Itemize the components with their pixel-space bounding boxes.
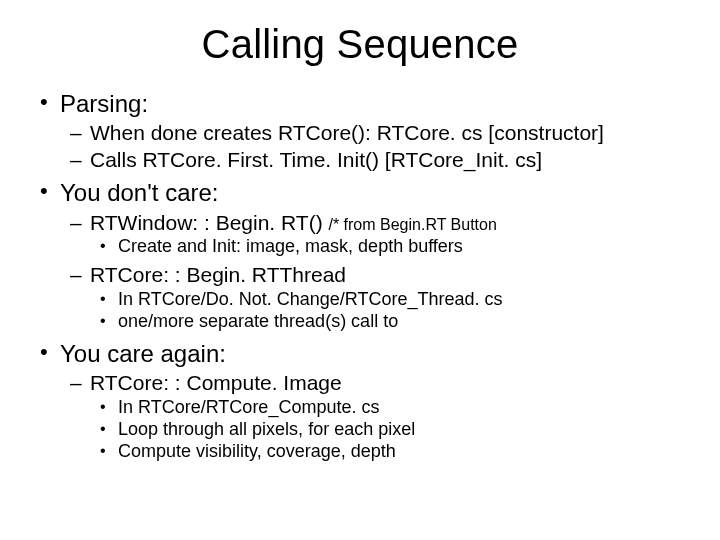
slide-title: Calling Sequence: [38, 22, 682, 67]
bullet-label: You don't care:: [60, 179, 218, 206]
sub-item: When done creates RTCore(): RTCore. cs […: [90, 120, 682, 146]
sub-item-text: RTWindow: : Begin. RT(): [90, 211, 323, 234]
bullet-list: Parsing: When done creates RTCore(): RTC…: [38, 89, 682, 463]
sub-sub-item: In RTCore/RTCore_Compute. cs: [118, 397, 682, 419]
sub-sub-list: In RTCore/Do. Not. Change/RTCore_Thread.…: [90, 289, 682, 333]
sub-sub-item: Create and Init: image, mask, depth buff…: [118, 236, 682, 258]
sub-sub-item: one/more separate thread(s) call to: [118, 311, 682, 333]
sub-sub-item: Loop through all pixels, for each pixel: [118, 419, 682, 441]
sub-item-text: RTCore: : Begin. RTThread: [90, 263, 346, 286]
sub-sub-list: In RTCore/RTCore_Compute. cs Loop throug…: [90, 397, 682, 463]
sub-item: RTWindow: : Begin. RT() /* from Begin.RT…: [90, 210, 682, 259]
sub-list: When done creates RTCore(): RTCore. cs […: [60, 120, 682, 172]
inline-note: /* from Begin.RT Button: [328, 216, 496, 233]
sub-item-text: RTCore: : Compute. Image: [90, 371, 342, 394]
sub-item: RTCore: : Begin. RTThread In RTCore/Do. …: [90, 262, 682, 333]
bullet-label: You care again:: [60, 340, 226, 367]
bullet-label: Parsing:: [60, 90, 148, 117]
sub-sub-item: Compute visibility, coverage, depth: [118, 441, 682, 463]
sub-item: Calls RTCore. First. Time. Init() [RTCor…: [90, 147, 682, 173]
bullet-care-again: You care again: RTCore: : Compute. Image…: [60, 339, 682, 463]
sub-sub-list: Create and Init: image, mask, depth buff…: [90, 236, 682, 258]
slide: Calling Sequence Parsing: When done crea…: [0, 0, 720, 540]
sub-list: RTWindow: : Begin. RT() /* from Begin.RT…: [60, 210, 682, 333]
bullet-parsing: Parsing: When done creates RTCore(): RTC…: [60, 89, 682, 172]
sub-sub-item: In RTCore/Do. Not. Change/RTCore_Thread.…: [118, 289, 682, 311]
bullet-dont-care: You don't care: RTWindow: : Begin. RT() …: [60, 178, 682, 332]
sub-item: RTCore: : Compute. Image In RTCore/RTCor…: [90, 370, 682, 462]
sub-list: RTCore: : Compute. Image In RTCore/RTCor…: [60, 370, 682, 462]
